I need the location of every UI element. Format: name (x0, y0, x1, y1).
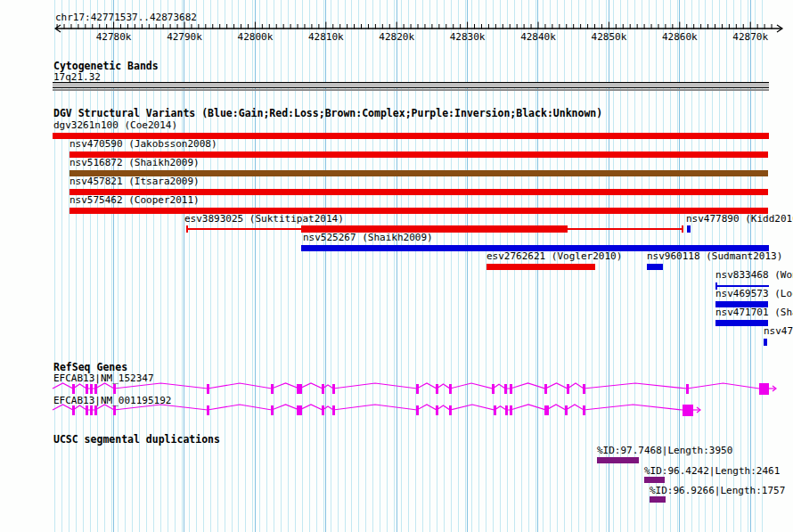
ruler-tick-label: 42830k (441, 32, 495, 43)
gene-NM_001195192-exon[interactable] (332, 405, 335, 415)
variant-label-nsv470590[interactable]: nsv470590 (Jakobsson2008) (69, 139, 217, 150)
gene-NM_001195192-exon[interactable] (505, 405, 508, 415)
gene-NM_001195192-exon[interactable] (94, 405, 97, 415)
gene-NM_152347-label[interactable]: EFCAB13|NM_152347 (53, 373, 154, 384)
gene-NM_152347-exon[interactable] (436, 384, 438, 394)
gene-NM_001195192-exon[interactable] (72, 405, 75, 415)
gene-NM_001195192-exon[interactable] (207, 405, 209, 415)
gene-NM_152347-exon[interactable] (510, 384, 512, 394)
variant-label-nsv516872[interactable]: nsv516872 (Shaikh2009) (69, 158, 200, 168)
gene-NM_152347-exon[interactable] (332, 384, 335, 394)
segdup-label-1[interactable]: %ID:96.4242|Length:2461 (644, 466, 780, 477)
gene-NM_152347-exon[interactable] (207, 384, 209, 394)
gene-NM_001195192-exon[interactable] (322, 405, 324, 415)
variant-bar-nsv477890[interactable] (687, 225, 691, 233)
gene-NM_152347-exon[interactable] (90, 384, 93, 394)
gene-NM_152347-exon[interactable] (271, 384, 274, 394)
variant-label-nsv525267[interactable]: nsv525267 (Shaikh2009) (303, 233, 433, 243)
gene-NM_152347-terminal-exon[interactable] (759, 383, 769, 395)
ruler-tick-label: 42780k (87, 32, 141, 43)
segdup-bar-1[interactable] (644, 477, 665, 483)
variant-label-nsv457821[interactable]: nsv457821 (Itsara2009) (69, 176, 200, 187)
variant-bar-nsv472[interactable] (764, 339, 767, 346)
gene-NM_152347-exon[interactable] (449, 384, 452, 394)
cytoband-bar[interactable] (53, 82, 769, 88)
gene-NM_152347-exon[interactable] (113, 384, 116, 394)
gene-NM_001195192-terminal-exon[interactable] (683, 405, 693, 416)
gene-NM_152347-exon[interactable] (416, 384, 419, 394)
ruler-tick-label: 42790k (158, 32, 211, 43)
variant-label-nsv469573[interactable]: nsv469573 (Lock (715, 289, 793, 299)
variant-label-nsv960118[interactable]: nsv960118 (Sudmant2013) (647, 251, 782, 262)
gene-NM_001195192-exon[interactable] (271, 405, 274, 415)
segdup-label-2[interactable]: %ID:96.9266|Length:1757 (650, 486, 785, 496)
segdup-bar-0[interactable] (597, 457, 639, 463)
gene-NM_001195192-exon[interactable] (113, 405, 116, 415)
section-header-dgv-structural-variants: DGV Structural Variants (Blue:Gain;Red:L… (53, 108, 602, 119)
gene-NM_152347-exon[interactable] (322, 384, 324, 394)
variant-label-esv3893025[interactable]: esv3893025 (Suktitipat2014) (184, 214, 344, 225)
ruler-tick-label: 42800k (228, 32, 282, 43)
gene-NM_001195192-exon[interactable] (86, 405, 88, 415)
variant-bar-esv3893025-right-whisker (682, 225, 683, 233)
variant-label-esv2762621[interactable]: esv2762621 (Vogler2010) (486, 251, 622, 262)
variant-bar-nsv833468[interactable] (715, 285, 769, 287)
ruler-tick-label: 42820k (370, 32, 423, 43)
variant-label-dgv3261n100[interactable]: dgv3261n100 (Coe2014) (53, 120, 177, 131)
gene-NM_152347-exon[interactable] (492, 384, 495, 394)
gene-NM_001195192-label[interactable]: EFCAB13|NM_001195192 (53, 396, 171, 406)
gene-NM_152347-exon[interactable] (567, 384, 569, 394)
segdup-label-0[interactable]: %ID:97.7468|Length:3950 (597, 446, 732, 456)
ruler-tick-label: 42840k (511, 32, 565, 43)
gene-NM_001195192-exon[interactable] (544, 405, 549, 415)
gene-NM_152347-exon[interactable] (583, 384, 585, 394)
segdup-bar-2[interactable] (650, 496, 666, 503)
variant-bar-nsv960118[interactable] (647, 264, 663, 270)
variant-label-nsv833468[interactable]: nsv833468 (Wong (715, 270, 793, 281)
gene-NM_152347-intron-line[interactable] (53, 383, 759, 389)
variant-label-nsv477890[interactable]: nsv477890 (Kidd2010) (686, 214, 793, 225)
ruler-tick-label: 42860k (653, 32, 707, 43)
ruler-tick-label: 42850k (582, 32, 635, 43)
gene-NM_152347-exon[interactable] (86, 384, 88, 394)
variant-bar-nsv471701[interactable] (715, 320, 768, 326)
gene-NM_001195192-exon[interactable] (583, 405, 585, 415)
gene-NM_152347-exon[interactable] (72, 384, 75, 394)
variant-label-nsv471701[interactable]: nsv471701 (Shar (715, 307, 793, 318)
variant-label-nsv575462[interactable]: nsv575462 (Cooper2011) (69, 195, 200, 206)
gene-NM_001195192-exon[interactable] (565, 405, 568, 415)
gene-NM_152347-exon[interactable] (686, 384, 689, 394)
ruler-tick-label: 42870k (724, 32, 777, 43)
region-label: chr17:42771537..42873682 (55, 12, 197, 23)
gene-NM_152347-exon[interactable] (94, 384, 97, 394)
cytoband-underline (53, 89, 769, 91)
gene-NM_152347-exon[interactable] (544, 384, 547, 394)
gene-NM_001195192-exon[interactable] (510, 405, 512, 415)
gene-NM_001195192-exon[interactable] (416, 405, 419, 415)
ruler-tick-label: 42810k (299, 32, 353, 43)
gene-NM_152347-exon[interactable] (297, 384, 302, 394)
variant-label-nsv472[interactable]: nsv472 (764, 326, 793, 337)
gene-NM_152347-exon[interactable] (504, 384, 507, 394)
gene-NM_001195192-exon[interactable] (494, 405, 496, 415)
gene-NM_001195192-exon[interactable] (297, 405, 302, 415)
genome-browser-view: chr17:42771537..42873682 42780k42790k428… (0, 0, 793, 532)
gene-NM_001195192-exon[interactable] (90, 405, 93, 415)
variant-bar-esv2762621[interactable] (486, 264, 595, 270)
gene-NM_001195192-exon[interactable] (449, 405, 452, 415)
variant-bar-nsv575462[interactable] (69, 208, 768, 214)
gene-NM_001195192-exon[interactable] (436, 405, 438, 415)
section-header-segmental-duplications: UCSC segmental duplications (53, 434, 220, 446)
